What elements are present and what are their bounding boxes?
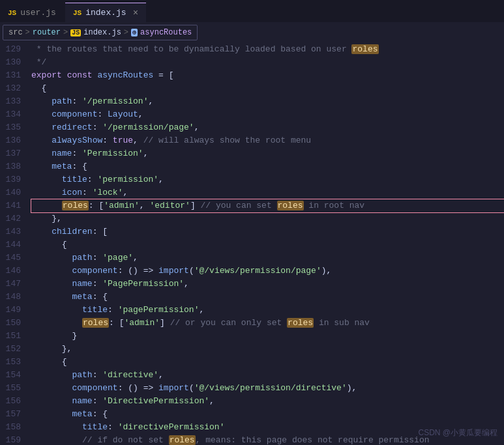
token: '@/views/permission/page' xyxy=(194,266,321,276)
line-num-150: 150 xyxy=(0,317,31,330)
token xyxy=(31,227,52,237)
line-content-148: meta: { xyxy=(31,291,504,304)
line-num-132: 132 xyxy=(0,82,31,95)
token: : [ xyxy=(109,318,124,328)
token: ] xyxy=(160,318,170,328)
token xyxy=(31,292,72,302)
token xyxy=(62,70,67,80)
token: 'Permission' xyxy=(82,149,143,158)
token: 'lock' xyxy=(93,188,123,197)
token: // or you can only set xyxy=(170,318,287,328)
line-156: 156 name: 'DirectivePermission', xyxy=(0,395,504,408)
token: : [ xyxy=(89,201,104,210)
token: ( xyxy=(189,266,194,276)
tab-label-user-js: user.js xyxy=(20,8,56,18)
line-num-138: 138 xyxy=(0,160,31,173)
line-131: 131export const asyncRoutes = [ xyxy=(0,69,504,82)
token: title xyxy=(82,422,108,432)
token: '/permission' xyxy=(82,96,148,106)
token: children xyxy=(52,227,92,237)
line-num-134: 134 xyxy=(0,108,31,121)
line-num-129: 129 xyxy=(0,43,31,56)
line-content-140: icon: 'lock', xyxy=(31,186,504,199)
token: asyncRoutes xyxy=(97,70,153,80)
token: : { xyxy=(93,292,108,302)
line-content-156: name: 'DirectivePermission', xyxy=(31,395,504,408)
token: : { xyxy=(93,409,108,419)
token: , xyxy=(140,201,150,210)
line-141: 141 roles: ['admin', 'editor'] // you ca… xyxy=(0,199,504,212)
token: : xyxy=(72,149,82,158)
token: : xyxy=(93,370,103,380)
line-content-135: redirect: '/permission/page', xyxy=(31,121,504,134)
line-num-137: 137 xyxy=(0,147,31,160)
token: in root nav xyxy=(304,201,365,210)
token: , xyxy=(194,122,200,132)
line-130: 130 */ xyxy=(0,56,504,69)
token: 'editor' xyxy=(149,201,190,210)
line-num-158: 158 xyxy=(0,421,31,434)
token: in sub nav xyxy=(314,318,370,328)
bc-sep2: > xyxy=(63,28,68,37)
line-151: 151 } xyxy=(0,330,504,343)
token: component xyxy=(72,383,117,393)
token: '@/views/permission/directive' xyxy=(194,383,347,393)
token: , xyxy=(133,136,143,145)
token: : xyxy=(93,396,103,406)
token: // will always show the root menu xyxy=(143,136,311,145)
line-138: 138 meta: { xyxy=(0,160,504,173)
token: { xyxy=(31,357,67,367)
token: , xyxy=(209,396,215,406)
line-157: 157 meta: { xyxy=(0,408,504,421)
token: : [ xyxy=(93,227,108,237)
token: { xyxy=(31,83,46,93)
line-content-150: roles: ['admin'] // or you can only set … xyxy=(31,317,504,330)
code-editor: 129 * the routes that need to be dynamic… xyxy=(0,40,504,445)
token: '/permission/page' xyxy=(102,122,194,132)
token: , xyxy=(148,96,153,106)
tab-index-js[interactable]: JSindex.js× xyxy=(65,3,146,22)
line-content-131: export const asyncRoutes = [ xyxy=(31,69,504,82)
bc-js-badge: JS xyxy=(70,29,81,36)
token: : xyxy=(93,253,103,263)
line-143: 143 children: [ xyxy=(0,225,504,238)
token: roles xyxy=(287,318,314,328)
line-content-151: } xyxy=(31,330,504,343)
line-num-147: 147 xyxy=(0,278,31,291)
token: }, xyxy=(31,214,62,223)
token xyxy=(31,383,72,393)
line-134: 134 component: Layout, xyxy=(0,108,504,121)
line-content-155: component: () => import('@/views/permiss… xyxy=(31,382,504,395)
line-content-144: { xyxy=(31,238,504,251)
line-content-142: }, xyxy=(31,212,504,225)
token: Layout xyxy=(108,109,138,119)
line-num-130: 130 xyxy=(0,56,31,69)
line-content-132: { xyxy=(31,82,504,95)
line-153: 153 { xyxy=(0,356,504,369)
token: roles xyxy=(82,318,109,328)
token: // if do not set xyxy=(31,435,169,445)
token: name xyxy=(52,149,72,158)
line-num-136: 136 xyxy=(0,134,31,147)
line-content-143: children: [ xyxy=(31,225,504,238)
token: import xyxy=(158,383,189,393)
tab-close-index-js[interactable]: × xyxy=(133,8,138,18)
line-146: 146 component: () => import('@/views/per… xyxy=(0,265,504,278)
token: 'page' xyxy=(102,253,133,263)
token xyxy=(31,122,52,132)
line-132: 132 { xyxy=(0,82,504,95)
token xyxy=(31,149,52,158)
token: roles xyxy=(351,44,378,54)
line-content-136: alwaysShow: true, // will always show th… xyxy=(31,134,504,147)
token: name xyxy=(72,279,92,289)
line-content-152: }, xyxy=(31,343,504,356)
token xyxy=(31,279,72,289)
token: component xyxy=(52,109,97,119)
line-133: 133 path: '/permission', xyxy=(0,95,504,108)
line-num-145: 145 xyxy=(0,251,31,265)
token: 'admin' xyxy=(124,318,160,328)
breadcrumb: src > router > JS index.js > ⊕ asyncRout… xyxy=(3,25,198,40)
line-num-156: 156 xyxy=(0,395,31,408)
tab-user-js[interactable]: JSuser.js xyxy=(0,3,65,22)
token xyxy=(31,409,72,419)
